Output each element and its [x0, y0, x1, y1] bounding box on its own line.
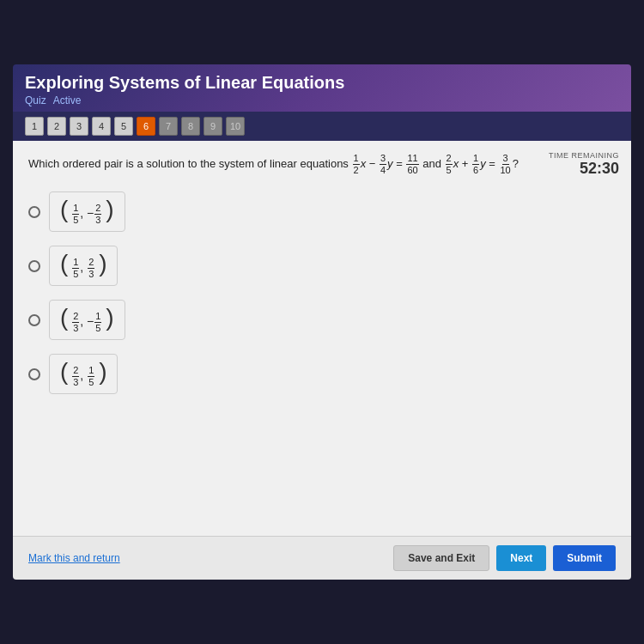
- nav-btn-7[interactable]: 7: [159, 117, 178, 136]
- main-screen: Exploring Systems of Linear Equations Qu…: [13, 64, 631, 580]
- opt-d-frac1: 23: [72, 365, 79, 388]
- footer: Mark this and return Save and Exit Next …: [13, 536, 631, 580]
- open-paren-b: (: [60, 250, 68, 276]
- question-stem: Which ordered pair is a solution to the …: [28, 157, 349, 170]
- opt-a-frac1: 15: [72, 203, 79, 226]
- radio-b[interactable]: [28, 260, 40, 272]
- timer-label: TIME REMAINING: [549, 151, 619, 160]
- mark-return-link[interactable]: Mark this and return: [28, 552, 120, 564]
- next-button[interactable]: Next: [496, 545, 546, 571]
- nav-btn-4[interactable]: 4: [92, 117, 111, 136]
- close-paren-c: ): [106, 304, 113, 331]
- frac-3-4: 34: [380, 153, 386, 176]
- header: Exploring Systems of Linear Equations Qu…: [13, 64, 631, 112]
- option-c-content[interactable]: ( 23, −15 ): [49, 300, 125, 340]
- frac-11-60: 1160: [406, 153, 418, 176]
- submit-button[interactable]: Submit: [553, 545, 616, 571]
- opt-b-frac2: 23: [88, 257, 94, 280]
- option-d: ( 23, 15 ): [28, 354, 616, 394]
- opt-c-frac1: 23: [72, 311, 79, 334]
- radio-d[interactable]: [28, 368, 40, 380]
- page-title: Exploring Systems of Linear Equations: [25, 73, 619, 93]
- timer: TIME REMAINING 52:30: [549, 151, 619, 178]
- open-paren-c: (: [60, 304, 68, 331]
- frac-3-10: 310: [500, 153, 512, 176]
- close-paren-b: ): [99, 250, 106, 276]
- close-paren-a: ): [106, 196, 113, 222]
- equation-2: 25x + 16y = 310?: [445, 157, 519, 170]
- option-b: ( 15, 23 ): [28, 246, 616, 286]
- radio-a[interactable]: [28, 206, 40, 218]
- radio-c[interactable]: [28, 314, 40, 326]
- nav-btn-8[interactable]: 8: [181, 117, 200, 136]
- nav-btn-3[interactable]: 3: [70, 117, 88, 136]
- option-d-content[interactable]: ( 23, 15 ): [49, 354, 118, 394]
- connector: and: [422, 157, 444, 170]
- question-text: Which ordered pair is a solution to the …: [28, 153, 526, 176]
- opt-d-frac2: 15: [88, 365, 94, 388]
- status-badge: Active: [53, 94, 82, 106]
- close-paren-d: ): [99, 358, 106, 385]
- nav-btn-1[interactable]: 1: [25, 117, 44, 136]
- nav-btn-6[interactable]: 6: [137, 117, 155, 136]
- nav-btn-9[interactable]: 9: [204, 117, 222, 136]
- option-c: ( 23, −15 ): [28, 300, 616, 340]
- frac-1-6: 16: [472, 153, 479, 176]
- nav-btn-2[interactable]: 2: [47, 117, 66, 136]
- opt-b-frac1: 15: [72, 257, 79, 280]
- option-a-content[interactable]: ( 15, −23 ): [49, 191, 125, 232]
- options-list: ( 15, −23 ) ( 15, 23 ) (: [28, 191, 616, 394]
- opt-c-frac2: 15: [94, 311, 101, 334]
- opt-a-frac2: 23: [94, 203, 101, 226]
- save-exit-button[interactable]: Save and Exit: [393, 545, 489, 571]
- option-a: ( 15, −23 ): [28, 191, 616, 232]
- nav-btn-10[interactable]: 10: [226, 117, 245, 136]
- frac-2-5: 25: [446, 153, 453, 176]
- quiz-navigation: 1 2 3 4 5 6 7 8 9 10: [13, 112, 631, 141]
- footer-buttons: Save and Exit Next Submit: [393, 545, 616, 571]
- quiz-label: Quiz: [25, 94, 46, 106]
- nav-btn-5[interactable]: 5: [114, 117, 133, 136]
- open-paren-d: (: [60, 358, 68, 385]
- timer-value: 52:30: [549, 160, 619, 178]
- open-paren-a: (: [60, 196, 68, 222]
- option-b-content[interactable]: ( 15, 23 ): [49, 246, 118, 286]
- content-area: TIME REMAINING 52:30 Which ordered pair …: [13, 141, 631, 536]
- frac-1-2: 12: [353, 153, 360, 176]
- equation-1: 12x − 34y = 1160: [352, 157, 423, 170]
